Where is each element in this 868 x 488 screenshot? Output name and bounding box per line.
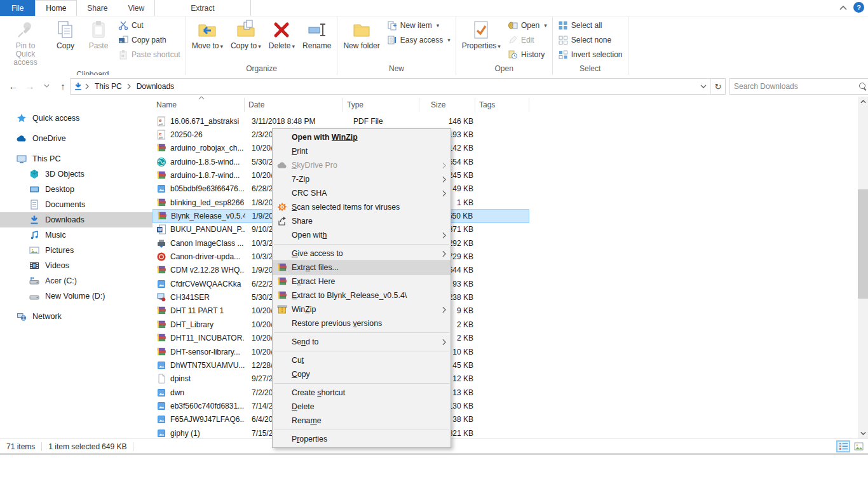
rar-icon [156,306,166,316]
sidebar-item-onedrive[interactable]: OneDrive [0,131,153,146]
menu-item-cut[interactable]: Cut [273,353,451,367]
ribbon-button-cut[interactable]: Cut [116,19,183,32]
menu-item-7-zip[interactable]: 7-Zip [273,172,451,186]
menu-item-extract-here[interactable]: Extract Here [273,274,451,288]
scroll-up-icon[interactable] [858,97,868,107]
ribbon-button-copy-to[interactable]: Copy to▾ [227,18,264,53]
up-button[interactable]: ↑ [55,78,71,93]
ribbon-button-new-folder[interactable]: New folder [340,18,383,52]
sidebar-item-downloads[interactable]: Downloads [0,212,153,227]
group-label-organize: Organize [189,63,335,75]
menu-item-send-to[interactable]: Send to [273,335,451,349]
menu-item-open-with[interactable]: Open with [273,228,451,242]
breadcrumb-this-pc[interactable]: This PC [92,82,125,91]
address-box[interactable]: This PC Downloads ↻ [70,78,726,95]
tab-file[interactable]: File [0,0,35,16]
tab-extract[interactable]: Extract [154,0,250,16]
ribbon-button-move-to[interactable]: Move to▾ [189,18,226,53]
menu-item-crc-sha[interactable]: CRC SHA [273,186,451,200]
explorer-window: FileHomeShareViewExtract ? Pin to Quick … [0,0,868,454]
scrollbar-thumb[interactable] [858,189,868,299]
menu-item-create-shortcut[interactable]: Create shortcut [273,386,451,400]
sidebar-item-network[interactable]: Network [0,309,153,324]
tab-home[interactable]: Home [35,0,77,16]
menu-item-give-access-to[interactable]: Give access to [273,247,451,261]
navigation-pane: Quick accessOneDriveThis PC3D ObjectsDes… [0,97,153,438]
forward-button[interactable]: → [22,78,38,93]
menu-item-open-with-winzip[interactable]: Open with WinZip [273,130,451,144]
file-name-cell: CDM v2.12.28 WHQ... [153,265,245,275]
sidebar-item-label: Quick access [32,114,79,123]
menu-item-print[interactable]: Print [273,144,451,158]
ribbon-button-paste-shortcut[interactable]: Paste shortcut [116,48,183,61]
refresh-icon[interactable]: ↻ [711,82,725,92]
sidebar-item-desktop[interactable]: Desktop [0,182,153,197]
ribbon-button-copy[interactable]: Copy [50,18,81,52]
help-button[interactable]: ? [853,2,864,13]
column-header-size[interactable]: Size [419,98,475,112]
menu-item-extract-to-blynk-release-v0-5-4[interactable]: Extract to Blynk_Release_v0.5.4\ [273,288,451,302]
breadcrumb-downloads[interactable]: Downloads [134,82,177,91]
ribbon-button-open[interactable]: Open▾ [505,19,550,32]
sidebar-item-pictures[interactable]: Pictures [0,243,153,258]
menu-separator [274,351,449,351]
menu-item-winzip[interactable]: WinZip [273,302,451,316]
column-header-tags[interactable]: Tags [475,98,529,112]
menu-item-properties[interactable]: Properties [273,432,451,446]
scroll-down-icon[interactable] [858,428,868,438]
ribbon-button-copy-path[interactable]: w..Copy path [116,34,183,46]
sidebar-item-new-volume-d[interactable]: New Volume (D:) [0,288,153,304]
ribbon-button-paste[interactable]: Paste [83,18,114,52]
ribbon-button-edit[interactable]: Edit [505,34,550,46]
arduino-icon [156,157,166,167]
sidebar-item-documents[interactable]: Documents [0,197,153,212]
menu-item-scan-selected-items-for-viruses[interactable]: Scan selected items for viruses [273,200,451,214]
column-header-date[interactable]: Date [245,98,343,112]
collapse-ribbon-icon[interactable] [839,5,847,10]
sidebar-item-this-pc[interactable]: This PC [0,151,153,166]
address-dropdown-icon[interactable] [696,85,710,89]
breadcrumb-chevron-icon[interactable] [85,83,90,90]
ribbon-button-history[interactable]: History [505,48,550,61]
column-header-type[interactable]: Type [343,98,419,112]
ribbon-button-properties[interactable]: Properties▾ [459,18,504,53]
group-label-open: Open [459,63,550,75]
sidebar-item-label: New Volume (D:) [45,292,105,301]
recent-locations-button[interactable] [38,78,55,93]
ribbon-button-easy-access[interactable]: Easy access▾ [384,34,453,46]
details-view-button[interactable] [836,440,850,452]
tab-share[interactable]: Share [77,0,118,16]
menu-item-share[interactable]: Share [273,214,451,228]
ribbon-button-select-none[interactable]: Select none [555,34,625,46]
sidebar-item-videos[interactable]: Videos [0,258,153,273]
ribbon-group-select: Select allSelect noneInvert selectionSel… [553,17,628,75]
search-icon[interactable] [859,83,867,91]
file-row-16-06-671-abstraksi[interactable]: epdf16.06.671_abstraksi3/11/2018 8:48 PM… [153,114,529,128]
menu-item-delete[interactable]: Delete [273,400,451,414]
ribbon-button-select-all[interactable]: Select all [555,19,625,32]
sidebar-item-quick-access[interactable]: Quick access [0,111,153,126]
file-name-cell: DHT11_INCUBATOR... [153,333,245,343]
search-box[interactable]: Search Downloads [729,78,868,95]
back-button[interactable]: ← [5,78,22,93]
menu-item-extract-files[interactable]: Extract files... [273,261,451,274]
sidebar-item-acer-c[interactable]: Acer (C:) [0,273,153,288]
sidebar-item-music[interactable]: Music [0,227,153,243]
menu-item-copy[interactable]: Copy [273,367,451,381]
menu-item-skydrive-pro[interactable]: SkyDrive Pro [273,158,451,172]
ribbon-button-delete[interactable]: Delete▾ [266,18,298,53]
ribbon-button-rename[interactable]: Rename [299,18,334,52]
menu-item-rename[interactable]: Rename [273,414,451,428]
sidebar-item-3d-objects[interactable]: 3D Objects [0,166,153,182]
ribbon-button-pin-to-quick-access[interactable]: Pin to Quick access [3,18,48,69]
column-header-name[interactable]: Name [153,98,245,112]
props-icon [471,20,491,40]
large-icons-view-button[interactable] [851,440,865,452]
ribbon-button-invert-selection[interactable]: Invert selection [555,48,625,61]
menu-item-restore-previous-versions[interactable]: Restore previous versions [273,316,451,330]
breadcrumb-chevron-icon[interactable] [127,83,132,90]
tab-view[interactable]: View [118,0,154,16]
ribbon-button-new-item[interactable]: New item▾ [384,19,453,32]
rar-icon [277,276,287,287]
vertical-scrollbar[interactable] [858,97,868,438]
